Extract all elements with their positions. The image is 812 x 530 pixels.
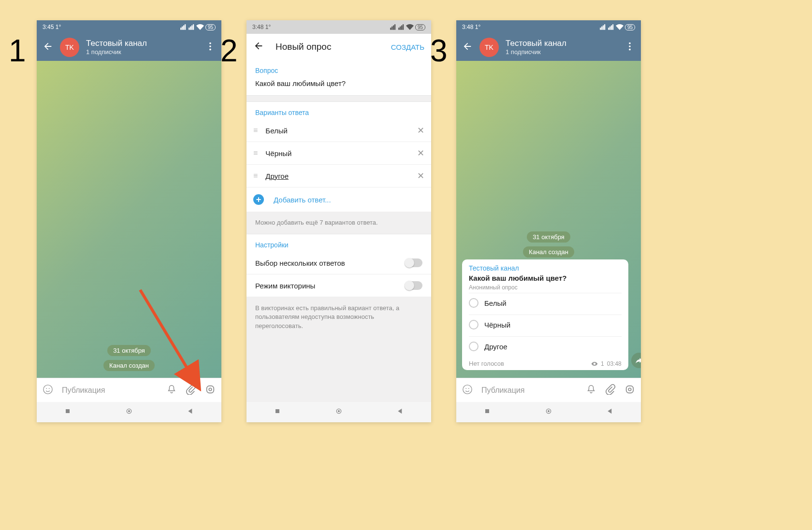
radio-icon bbox=[469, 298, 478, 308]
answers-section-label: Варианты ответа bbox=[246, 102, 431, 119]
nav-home-icon[interactable] bbox=[125, 407, 133, 417]
drag-handle-icon[interactable]: ≡ bbox=[253, 173, 258, 178]
clear-option-icon[interactable]: ✕ bbox=[417, 148, 424, 158]
android-nav-bar bbox=[37, 402, 221, 422]
message-input[interactable]: Публикация bbox=[62, 386, 158, 395]
attach-icon[interactable] bbox=[605, 384, 616, 397]
svg-point-16 bbox=[629, 45, 631, 47]
poll-option-input[interactable]: Белый bbox=[265, 127, 409, 135]
nav-home-icon[interactable] bbox=[335, 407, 343, 417]
quiz-mode-row[interactable]: Режим викторины bbox=[246, 274, 431, 297]
poll-channel-name: Тестовый канал bbox=[469, 264, 622, 272]
status-icons: 95 bbox=[599, 23, 635, 31]
svg-point-10 bbox=[128, 410, 130, 412]
header-titles[interactable]: Тестовый канал 1 подписчик bbox=[86, 39, 198, 56]
date-badge: 31 октября bbox=[107, 345, 151, 356]
back-icon[interactable] bbox=[43, 41, 53, 54]
attach-icon[interactable] bbox=[186, 384, 196, 397]
nav-back-icon[interactable] bbox=[606, 407, 614, 417]
status-time: 3:45 1° bbox=[43, 24, 61, 30]
multiple-answers-toggle[interactable] bbox=[405, 258, 422, 267]
poll-votes-count: Нет голосов bbox=[469, 360, 504, 367]
phone-screen-3: 3:48 1° 95 TK Тестовый канал 1 подписчик… bbox=[456, 20, 641, 422]
channel-avatar[interactable]: TK bbox=[60, 38, 79, 57]
mute-icon[interactable] bbox=[586, 384, 596, 397]
svg-point-3 bbox=[44, 385, 52, 393]
header-titles[interactable]: Тестовый канал 1 подписчик bbox=[506, 39, 618, 56]
poll-option-input[interactable]: Чёрный bbox=[265, 149, 409, 158]
poll-option-row[interactable]: ≡ Белый ✕ bbox=[246, 119, 431, 142]
svg-rect-21 bbox=[626, 386, 634, 393]
status-icons: 95 bbox=[390, 23, 425, 31]
status-bar: 3:48 1° 95 bbox=[246, 20, 431, 34]
poll-option-row[interactable]: ≡ Чёрный ✕ bbox=[246, 142, 431, 165]
poll-vote-option[interactable]: Белый bbox=[469, 293, 622, 313]
svg-rect-12 bbox=[276, 409, 279, 413]
phone-screen-2: 3:48 1° 95 Новый опрос СОЗДАТЬ Вопрос Ка… bbox=[246, 20, 431, 422]
schedule-icon[interactable] bbox=[624, 384, 635, 397]
step-label-2: 2 bbox=[220, 33, 238, 69]
mute-icon[interactable] bbox=[166, 384, 177, 397]
chat-area[interactable]: 31 октября Канал создан bbox=[37, 61, 221, 378]
message-input[interactable]: Публикация bbox=[481, 386, 577, 395]
back-icon[interactable] bbox=[253, 41, 264, 53]
svg-point-15 bbox=[629, 43, 631, 44]
poll-option-row[interactable]: ≡ Другое ✕ bbox=[246, 165, 431, 187]
step-label-1: 1 bbox=[9, 33, 26, 69]
poll-question: Какой ваш любимый цвет? bbox=[469, 274, 622, 282]
svg-point-25 bbox=[548, 410, 550, 412]
poll-editor-title: Новый опрос bbox=[276, 42, 379, 52]
nav-recents-icon[interactable] bbox=[64, 407, 72, 417]
emoji-icon[interactable] bbox=[43, 384, 53, 397]
back-icon[interactable] bbox=[462, 41, 473, 54]
question-input[interactable]: Какой ваш любимый цвет? bbox=[246, 77, 431, 95]
quiz-mode-label: Режим викторины bbox=[255, 282, 315, 290]
drag-handle-icon[interactable]: ≡ bbox=[253, 151, 258, 156]
svg-point-18 bbox=[463, 385, 472, 393]
clear-option-icon[interactable]: ✕ bbox=[417, 171, 424, 181]
message-input-bar: Публикация bbox=[37, 378, 221, 402]
chat-area[interactable]: 31 октября Канал создан Тестовый канал К… bbox=[456, 61, 641, 378]
step-label-3: 3 bbox=[430, 33, 448, 69]
channel-avatar[interactable]: TK bbox=[479, 38, 499, 57]
nav-recents-icon[interactable] bbox=[274, 407, 281, 417]
quiz-mode-toggle[interactable] bbox=[405, 281, 422, 290]
poll-vote-option[interactable]: Чёрный bbox=[469, 315, 622, 334]
nav-recents-icon[interactable] bbox=[483, 407, 491, 417]
svg-point-5 bbox=[49, 388, 50, 389]
svg-point-17 bbox=[629, 49, 631, 51]
drag-handle-icon[interactable]: ≡ bbox=[253, 128, 258, 133]
radio-icon bbox=[469, 320, 478, 329]
clear-option-icon[interactable]: ✕ bbox=[417, 125, 424, 136]
nav-home-icon[interactable] bbox=[545, 407, 552, 417]
channel-title: Тестовый канал bbox=[86, 39, 198, 48]
more-icon[interactable] bbox=[205, 41, 216, 54]
nav-back-icon[interactable] bbox=[396, 407, 404, 417]
add-option-label: Добавить ответ... bbox=[274, 196, 331, 204]
channel-subscribers: 1 подписчик bbox=[86, 48, 198, 56]
poll-editor-header: Новый опрос СОЗДАТЬ bbox=[246, 34, 431, 60]
status-bar: 3:48 1° 95 bbox=[456, 20, 641, 34]
options-remaining-hint: Можно добавить ещё 7 вариантов ответа. bbox=[246, 212, 431, 234]
poll-option-input[interactable]: Другое bbox=[265, 172, 409, 180]
chat-header[interactable]: TK Тестовый канал 1 подписчик bbox=[456, 34, 641, 61]
schedule-icon[interactable] bbox=[205, 384, 216, 397]
plus-icon: + bbox=[253, 194, 264, 205]
chat-header[interactable]: TK Тестовый канал 1 подписчик bbox=[37, 34, 221, 61]
poll-message-bubble[interactable]: Тестовый канал Какой ваш любимый цвет? А… bbox=[462, 259, 628, 370]
status-icons: 95 bbox=[180, 23, 216, 31]
nav-back-icon[interactable] bbox=[187, 407, 194, 417]
phone-screen-1: 3:45 1° 95 TK Тестовый канал 1 подписчик… bbox=[37, 20, 221, 422]
add-option-button[interactable]: + Добавить ответ... bbox=[246, 187, 431, 212]
multiple-answers-row[interactable]: Выбор нескольких ответов bbox=[246, 252, 431, 274]
create-button[interactable]: СОЗДАТЬ bbox=[391, 43, 424, 51]
svg-point-0 bbox=[209, 43, 211, 44]
message-meta: 1 03:48 bbox=[591, 360, 622, 367]
svg-point-1 bbox=[209, 45, 211, 47]
more-icon[interactable] bbox=[624, 41, 635, 54]
emoji-icon[interactable] bbox=[462, 384, 473, 397]
channel-subscribers: 1 подписчик bbox=[506, 48, 618, 56]
share-button[interactable] bbox=[631, 353, 641, 368]
svg-point-2 bbox=[209, 49, 211, 51]
poll-vote-option[interactable]: Другое bbox=[469, 336, 622, 356]
